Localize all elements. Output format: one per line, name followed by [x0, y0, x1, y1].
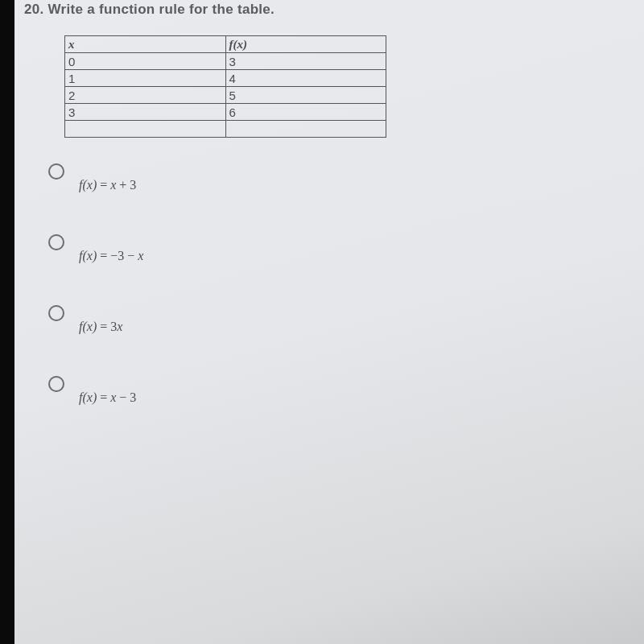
fn-part: f(x)	[79, 249, 97, 262]
col-x-header: x	[65, 36, 226, 53]
fn-part: f(x)	[79, 390, 97, 404]
option-label: f(x) = x + 3	[79, 178, 136, 192]
cell-fx: 6	[225, 104, 386, 121]
content-area: 20. Write a function rule for the table.…	[24, 0, 644, 405]
answer-options: f(x) = x + 3 f(x) = −3 − x f(x) = 3x f(x…	[48, 162, 644, 405]
data-table: x f(x) 0 3 1 4 2 5 3 6	[64, 35, 386, 138]
cell-x: 0	[65, 53, 226, 70]
var-part: x	[138, 249, 143, 262]
table-row: 3 6	[65, 104, 386, 121]
cell-x: 1	[65, 70, 226, 87]
eq-part: =	[97, 390, 110, 404]
question-text: Write a function rule for the table.	[48, 2, 275, 17]
cell-fx: 5	[225, 87, 386, 104]
radio-icon[interactable]	[48, 163, 64, 180]
table-row	[65, 121, 386, 138]
option-a[interactable]: f(x) = x + 3	[48, 162, 644, 192]
eq-part: =	[97, 178, 110, 192]
rest-part: + 3	[116, 178, 136, 192]
function-table: x f(x) 0 3 1 4 2 5 3 6	[64, 35, 644, 138]
pre-part: −3 −	[110, 249, 138, 262]
table-row: 1 4	[65, 70, 386, 87]
option-label: f(x) = 3x	[79, 320, 122, 334]
page-container: 20. Write a function rule for the table.…	[0, 0, 644, 644]
option-b[interactable]: f(x) = −3 − x	[48, 233, 644, 263]
fn-part: f(x)	[79, 178, 97, 192]
radio-icon[interactable]	[48, 376, 64, 392]
radio-icon[interactable]	[48, 234, 64, 250]
table-row: 2 5	[65, 87, 386, 104]
question-number: 20.	[24, 2, 44, 17]
var-part: x	[117, 320, 122, 333]
question-header: 20. Write a function rule for the table.	[24, 2, 644, 18]
option-c[interactable]: f(x) = 3x	[48, 303, 644, 334]
option-label: f(x) = x − 3	[79, 390, 136, 405]
fn-part: f(x)	[79, 320, 97, 333]
col-fx-header: f(x)	[225, 36, 386, 53]
table-header-row: x f(x)	[65, 36, 386, 53]
cell-x	[65, 121, 226, 138]
table-row: 0 3	[65, 53, 386, 70]
rest-part: − 3	[116, 390, 136, 404]
cell-fx: 4	[225, 70, 386, 87]
cell-fx: 3	[225, 53, 386, 70]
eq-part: =	[97, 320, 110, 333]
left-screen-edge	[0, 0, 14, 644]
cell-x: 2	[65, 87, 226, 104]
option-label: f(x) = −3 − x	[79, 249, 143, 263]
cell-x: 3	[65, 104, 226, 121]
radio-icon[interactable]	[48, 305, 64, 321]
option-d[interactable]: f(x) = x − 3	[48, 374, 644, 405]
cell-fx	[225, 121, 386, 138]
eq-part: =	[97, 249, 110, 262]
